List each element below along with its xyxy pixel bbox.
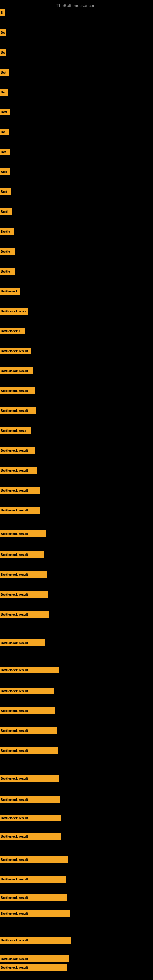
bottleneck-bar-5: Bo [0, 89, 8, 95]
bottleneck-bar-36: Bottleneck result [0, 727, 57, 734]
bottleneck-bar-33: Bottleneck result [0, 667, 59, 673]
bottleneck-bar-45: Bottleneck result [0, 910, 70, 917]
bottleneck-bar-37: Bottleneck result [0, 747, 57, 754]
bottleneck-bar-23: Bottleneck result [0, 447, 35, 454]
bottleneck-bar-28: Bottleneck result [0, 551, 45, 558]
bottleneck-bar-26: Bottleneck result [0, 507, 40, 514]
bottleneck-bar-6: Bott [0, 109, 10, 115]
bottleneck-bar-20: Bottleneck result [0, 387, 35, 394]
bottleneck-bar-38: Bottleneck result [0, 775, 59, 782]
bottleneck-bar-34: Bottleneck result [0, 687, 54, 694]
bottleneck-bar-13: Bottle [0, 248, 15, 255]
bottleneck-bar-40: Bottleneck result [0, 815, 61, 821]
bottleneck-bar-18: Bottleneck result [0, 348, 30, 354]
bottleneck-bar-16: Bottleneck resu [0, 308, 27, 315]
bottleneck-bar-2: Bo [0, 29, 5, 36]
bottleneck-bar-17: Bottleneck r [0, 328, 25, 334]
bottleneck-bar-39: Bottleneck result [0, 796, 60, 803]
bottleneck-bar-25: Bottleneck result [0, 487, 40, 494]
bottleneck-bar-3: Bo [0, 49, 6, 56]
bottleneck-bar-41: Bottleneck result [0, 833, 61, 840]
bottleneck-bar-48: Bottleneck result [0, 964, 67, 971]
bottleneck-bar-12: Bottle [0, 228, 14, 235]
bottleneck-bar-11: Bottl [0, 208, 12, 215]
bottleneck-bar-24: Bottleneck result [0, 467, 37, 474]
bottleneck-bar-32: Bottleneck result [0, 640, 45, 646]
bottleneck-bar-4: Bot [0, 69, 9, 76]
bottleneck-bar-9: Bott [0, 169, 10, 175]
bottleneck-bar-30: Bottleneck result [0, 591, 48, 598]
bottleneck-bar-19: Bottleneck result [0, 368, 33, 374]
bottleneck-bar-29: Bottleneck result [0, 571, 48, 578]
bottleneck-bar-27: Bottleneck result [0, 530, 46, 537]
bottleneck-bar-1: B [0, 9, 5, 16]
bottleneck-bar-44: Bottleneck result [0, 894, 67, 901]
bottleneck-bar-42: Bottleneck result [0, 856, 68, 863]
bottleneck-bar-21: Bottleneck result [0, 407, 36, 414]
bottleneck-bar-14: Bottle [0, 268, 15, 275]
bottleneck-bar-15: Bottleneck [0, 288, 20, 294]
bottleneck-bar-31: Bottleneck result [0, 611, 49, 618]
bottleneck-bar-43: Bottleneck result [0, 876, 66, 883]
bottleneck-bar-8: Bot [0, 148, 10, 155]
bottleneck-bar-35: Bottleneck result [0, 708, 55, 714]
site-title: TheBottlenecker.com [0, 1, 153, 10]
bottleneck-bar-10: Bott [0, 188, 11, 195]
bottleneck-bar-47: Bottleneck result [0, 956, 69, 962]
bottleneck-bar-22: Bottleneck resu [0, 427, 31, 434]
bottleneck-bar-7: Bo [0, 129, 9, 135]
bottleneck-bar-46: Bottleneck result [0, 937, 71, 943]
